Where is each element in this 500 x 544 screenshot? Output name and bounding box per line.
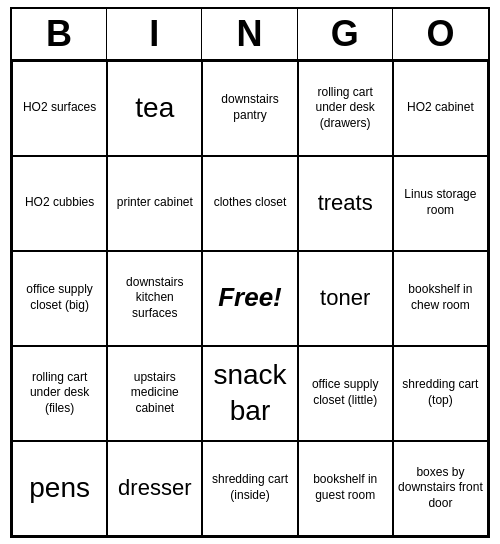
bingo-cell-18: office supply closet (little) bbox=[298, 346, 393, 441]
cell-text-19: shredding cart (top) bbox=[398, 377, 483, 408]
bingo-cell-15: rolling cart under desk (files) bbox=[12, 346, 107, 441]
bingo-cell-1: tea bbox=[107, 61, 202, 156]
bingo-cell-6: printer cabinet bbox=[107, 156, 202, 251]
cell-text-16: upstairs medicine cabinet bbox=[112, 370, 197, 417]
cell-text-18: office supply closet (little) bbox=[303, 377, 388, 408]
bingo-cell-21: dresser bbox=[107, 441, 202, 536]
bingo-cell-10: office supply closet (big) bbox=[12, 251, 107, 346]
bingo-cell-19: shredding cart (top) bbox=[393, 346, 488, 441]
cell-text-20: pens bbox=[29, 470, 90, 506]
bingo-cell-23: bookshelf in guest room bbox=[298, 441, 393, 536]
cell-text-9: Linus storage room bbox=[398, 187, 483, 218]
bingo-cell-5: HO2 cubbies bbox=[12, 156, 107, 251]
bingo-cell-14: bookshelf in chew room bbox=[393, 251, 488, 346]
header-letter-i: I bbox=[107, 9, 202, 59]
cell-text-21: dresser bbox=[118, 474, 191, 503]
cell-text-0: HO2 surfaces bbox=[23, 100, 96, 116]
cell-text-7: clothes closet bbox=[214, 195, 287, 211]
cell-text-5: HO2 cubbies bbox=[25, 195, 94, 211]
bingo-cell-13: toner bbox=[298, 251, 393, 346]
cell-text-13: toner bbox=[320, 284, 370, 313]
bingo-cell-16: upstairs medicine cabinet bbox=[107, 346, 202, 441]
bingo-cell-22: shredding cart (inside) bbox=[202, 441, 297, 536]
header-letter-b: B bbox=[12, 9, 107, 59]
cell-text-4: HO2 cabinet bbox=[407, 100, 474, 116]
cell-text-17: snack bar bbox=[207, 357, 292, 430]
bingo-card: BINGO HO2 surfacesteadownstairs pantryro… bbox=[10, 7, 490, 538]
bingo-cell-9: Linus storage room bbox=[393, 156, 488, 251]
bingo-header: BINGO bbox=[12, 9, 488, 61]
bingo-cell-2: downstairs pantry bbox=[202, 61, 297, 156]
bingo-cell-8: treats bbox=[298, 156, 393, 251]
cell-text-14: bookshelf in chew room bbox=[398, 282, 483, 313]
bingo-cell-12: Free! bbox=[202, 251, 297, 346]
header-letter-g: G bbox=[298, 9, 393, 59]
bingo-cell-0: HO2 surfaces bbox=[12, 61, 107, 156]
cell-text-12: Free! bbox=[218, 281, 282, 315]
bingo-cell-24: boxes by downstairs front door bbox=[393, 441, 488, 536]
cell-text-2: downstairs pantry bbox=[207, 92, 292, 123]
bingo-cell-17: snack bar bbox=[202, 346, 297, 441]
bingo-cell-4: HO2 cabinet bbox=[393, 61, 488, 156]
cell-text-15: rolling cart under desk (files) bbox=[17, 370, 102, 417]
header-letter-n: N bbox=[202, 9, 297, 59]
bingo-cell-11: downstairs kitchen surfaces bbox=[107, 251, 202, 346]
cell-text-3: rolling cart under desk (drawers) bbox=[303, 85, 388, 132]
cell-text-8: treats bbox=[318, 189, 373, 218]
cell-text-22: shredding cart (inside) bbox=[207, 472, 292, 503]
cell-text-11: downstairs kitchen surfaces bbox=[112, 275, 197, 322]
bingo-cell-3: rolling cart under desk (drawers) bbox=[298, 61, 393, 156]
bingo-cell-7: clothes closet bbox=[202, 156, 297, 251]
cell-text-23: bookshelf in guest room bbox=[303, 472, 388, 503]
header-letter-o: O bbox=[393, 9, 488, 59]
bingo-cell-20: pens bbox=[12, 441, 107, 536]
cell-text-1: tea bbox=[135, 90, 174, 126]
cell-text-6: printer cabinet bbox=[117, 195, 193, 211]
cell-text-24: boxes by downstairs front door bbox=[398, 465, 483, 512]
bingo-grid: HO2 surfacesteadownstairs pantryrolling … bbox=[12, 61, 488, 536]
cell-text-10: office supply closet (big) bbox=[17, 282, 102, 313]
